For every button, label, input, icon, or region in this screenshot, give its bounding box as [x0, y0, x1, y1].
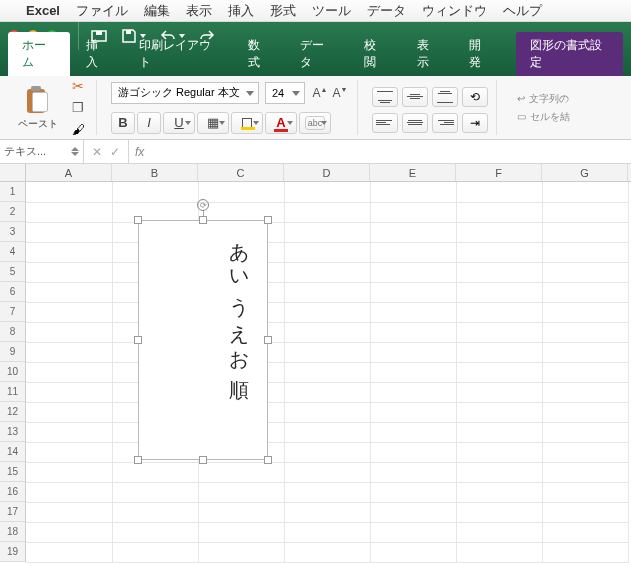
cell[interactable] — [112, 542, 198, 562]
row-header[interactable]: 16 — [0, 482, 25, 502]
underline-button[interactable]: U — [163, 112, 195, 134]
cell[interactable] — [112, 462, 198, 482]
copy-button[interactable] — [68, 100, 88, 116]
cell[interactable] — [542, 222, 628, 242]
cell[interactable] — [542, 522, 628, 542]
cell[interactable] — [542, 442, 628, 462]
cell[interactable] — [542, 382, 628, 402]
cell[interactable] — [456, 302, 542, 322]
cell[interactable] — [26, 522, 112, 542]
cell[interactable] — [26, 542, 112, 562]
menu-data[interactable]: データ — [367, 2, 406, 20]
menu-file[interactable]: ファイル — [76, 2, 128, 20]
cell[interactable] — [370, 522, 456, 542]
cell[interactable] — [198, 502, 284, 522]
cell[interactable] — [542, 422, 628, 442]
cell[interactable] — [26, 182, 112, 202]
cell[interactable] — [456, 522, 542, 542]
col-header[interactable]: B — [112, 164, 198, 181]
cell[interactable] — [542, 262, 628, 282]
cell[interactable] — [284, 342, 370, 362]
name-box-stepper[interactable] — [71, 147, 79, 156]
row-header[interactable]: 7 — [0, 302, 25, 322]
cell[interactable] — [112, 182, 198, 202]
resize-handle-br[interactable] — [264, 456, 272, 464]
cell[interactable] — [370, 202, 456, 222]
align-top-button[interactable] — [372, 87, 398, 107]
cell[interactable] — [370, 302, 456, 322]
menu-window[interactable]: ウィンドウ — [422, 2, 487, 20]
row-header[interactable]: 14 — [0, 442, 25, 462]
select-all-corner[interactable] — [0, 164, 26, 182]
cell[interactable] — [26, 482, 112, 502]
menu-help[interactable]: ヘルプ — [503, 2, 542, 20]
cell[interactable] — [26, 262, 112, 282]
cell[interactable] — [26, 442, 112, 462]
tab-data[interactable]: データ — [286, 32, 348, 76]
row-header[interactable]: 4 — [0, 242, 25, 262]
bold-button[interactable]: B — [111, 112, 135, 134]
cell[interactable] — [456, 342, 542, 362]
tab-formulas[interactable]: 数式 — [234, 32, 285, 76]
cell[interactable] — [284, 282, 370, 302]
align-bottom-button[interactable] — [432, 87, 458, 107]
cell[interactable] — [542, 322, 628, 342]
col-header[interactable]: E — [370, 164, 456, 181]
cell[interactable] — [456, 462, 542, 482]
tab-page-layout[interactable]: 印刷レイアウト — [125, 32, 232, 76]
row-header[interactable]: 18 — [0, 522, 25, 542]
cell[interactable] — [456, 402, 542, 422]
cell[interactable] — [542, 542, 628, 562]
rotate-handle[interactable]: ⟳ — [197, 199, 209, 211]
phonetic-button[interactable]: abc — [299, 112, 331, 134]
cell[interactable] — [542, 202, 628, 222]
resize-handle-b[interactable] — [199, 456, 207, 464]
align-left-button[interactable] — [372, 113, 398, 133]
cell[interactable] — [456, 182, 542, 202]
font-color-button[interactable]: A — [265, 112, 297, 134]
indent-button[interactable]: ⇥ — [462, 113, 488, 133]
cell[interactable] — [112, 202, 198, 222]
resize-handle-l[interactable] — [134, 336, 142, 344]
cell[interactable] — [370, 282, 456, 302]
cell[interactable] — [542, 502, 628, 522]
cell[interactable] — [284, 362, 370, 382]
cell[interactable] — [198, 182, 284, 202]
menu-edit[interactable]: 編集 — [144, 2, 170, 20]
cell[interactable] — [370, 382, 456, 402]
col-header[interactable]: D — [284, 164, 370, 181]
cell[interactable] — [26, 322, 112, 342]
cell[interactable] — [456, 282, 542, 302]
cell[interactable] — [26, 202, 112, 222]
row-header[interactable]: 2 — [0, 202, 25, 222]
app-menu[interactable]: Excel — [26, 3, 60, 18]
cell[interactable] — [112, 522, 198, 542]
tab-home[interactable]: ホーム — [8, 32, 70, 76]
tab-insert[interactable]: 挿入 — [72, 32, 123, 76]
wrap-text-button[interactable]: ↩文字列の — [517, 92, 570, 106]
borders-button[interactable] — [197, 112, 229, 134]
align-middle-button[interactable] — [402, 87, 428, 107]
cell[interactable] — [542, 242, 628, 262]
text-box-shape[interactable]: ⟳ あいうえお順 — [138, 220, 268, 460]
cell[interactable] — [542, 182, 628, 202]
cell[interactable] — [456, 262, 542, 282]
cell[interactable] — [26, 342, 112, 362]
cell[interactable] — [284, 542, 370, 562]
font-size-select[interactable]: 24 — [265, 82, 305, 104]
col-header[interactable]: G — [542, 164, 628, 181]
cell[interactable] — [284, 322, 370, 342]
row-header[interactable]: 3 — [0, 222, 25, 242]
cell[interactable] — [284, 242, 370, 262]
cells-area[interactable]: ⟳ あいうえお順 — [26, 182, 631, 566]
cell[interactable] — [26, 282, 112, 302]
cell[interactable] — [542, 342, 628, 362]
cell[interactable] — [370, 362, 456, 382]
cell[interactable] — [284, 302, 370, 322]
row-header[interactable]: 1 — [0, 182, 25, 202]
cell[interactable] — [284, 482, 370, 502]
cell[interactable] — [284, 182, 370, 202]
menu-tools[interactable]: ツール — [312, 2, 351, 20]
italic-button[interactable]: I — [137, 112, 161, 134]
cell[interactable] — [284, 402, 370, 422]
